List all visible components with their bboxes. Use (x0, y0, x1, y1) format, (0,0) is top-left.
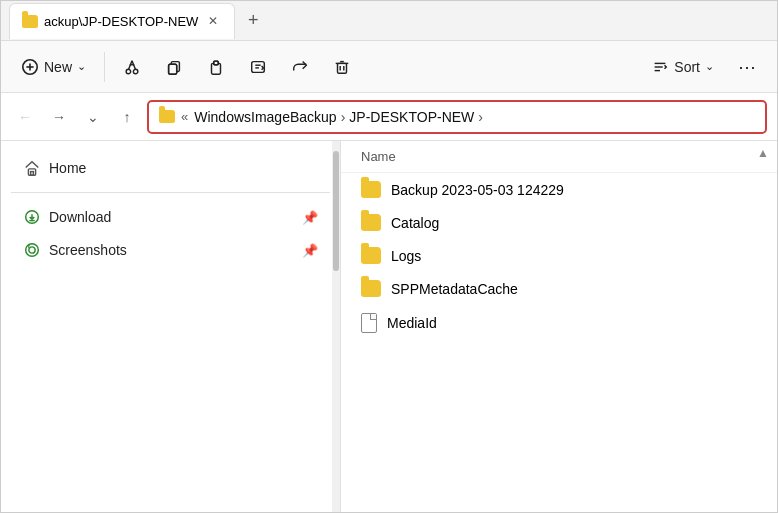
svg-rect-9 (169, 64, 177, 74)
table-row[interactable]: Backup 2023-05-03 124229 (341, 173, 777, 206)
toolbar: New ⌄ (1, 41, 777, 93)
copy-icon (165, 58, 183, 76)
svg-point-28 (26, 244, 39, 257)
sidebar-screenshots-pin: 📌 (302, 243, 318, 258)
name-column-header: Name (361, 149, 396, 164)
copy-button[interactable] (155, 52, 193, 82)
sidebar-divider (11, 192, 330, 193)
address-text: WindowsImageBackup › JP-DESKTOP-NEW › (194, 109, 483, 125)
svg-point-4 (133, 69, 138, 74)
back-button[interactable]: ← (11, 103, 39, 131)
sidebar-scrollbar-thumb (333, 151, 339, 271)
sidebar-scrollbar[interactable] (332, 141, 340, 513)
table-row[interactable]: SPPMetadataCache (341, 272, 777, 305)
new-icon (21, 58, 39, 76)
more-options-button[interactable]: ⋯ (728, 50, 767, 84)
sidebar-download-label: Download (49, 209, 111, 225)
address-trailing-chevron: › (478, 109, 483, 125)
svg-rect-17 (338, 63, 347, 73)
new-label: New (44, 59, 72, 75)
file-name: Catalog (391, 215, 439, 231)
paste-button[interactable] (197, 52, 235, 82)
svg-point-3 (126, 69, 130, 74)
more-icon: ⋯ (738, 56, 757, 78)
file-name: MediaId (387, 315, 437, 331)
address-path-part-2: JP-DESKTOP-NEW (349, 109, 474, 125)
share-icon (291, 58, 309, 76)
recent-locations-button[interactable]: ⌄ (79, 103, 107, 131)
title-bar: ackup\JP-DESKTOP-NEW ✕ + (1, 1, 777, 41)
address-box[interactable]: « WindowsImageBackup › JP-DESKTOP-NEW › (147, 100, 767, 134)
address-bar-row: ← → ⌄ ↑ « WindowsImageBackup › JP-DESKTO… (1, 93, 777, 141)
tab-folder-icon (22, 15, 38, 28)
forward-button[interactable]: → (45, 103, 73, 131)
tab-label: ackup\JP-DESKTOP-NEW (44, 14, 198, 29)
address-folder-icon (159, 110, 175, 123)
up-button[interactable]: ↑ (113, 103, 141, 131)
main-content: Home Download 📌 Screenshots 📌 (1, 141, 777, 513)
sort-caret: ⌄ (705, 60, 714, 73)
file-area: ▲ Name Backup 2023-05-03 124229 Catalog … (341, 141, 777, 513)
rename-icon (249, 58, 267, 76)
folder-icon (361, 181, 381, 198)
sidebar-screenshots-label: Screenshots (49, 242, 127, 258)
address-double-chevron: « (181, 109, 188, 124)
cut-icon (123, 58, 141, 76)
table-row[interactable]: MediaId (341, 305, 777, 341)
screenshots-icon (23, 241, 41, 259)
new-button[interactable]: New ⌄ (11, 52, 96, 82)
table-row[interactable]: Catalog (341, 206, 777, 239)
rename-button[interactable] (239, 52, 277, 82)
paste-icon (207, 58, 225, 76)
sidebar-item-home[interactable]: Home (7, 152, 334, 184)
active-tab[interactable]: ackup\JP-DESKTOP-NEW ✕ (9, 3, 235, 39)
folder-icon (361, 247, 381, 264)
file-name: Logs (391, 248, 421, 264)
sidebar: Home Download 📌 Screenshots 📌 (1, 141, 341, 513)
sidebar-download-pin: 📌 (302, 210, 318, 225)
share-button[interactable] (281, 52, 319, 82)
scroll-up-icon[interactable]: ▲ (757, 146, 769, 160)
sidebar-item-download[interactable]: Download 📌 (7, 201, 334, 233)
file-icon (361, 313, 377, 333)
address-sep-1: › (341, 109, 346, 125)
sidebar-item-screenshots[interactable]: Screenshots 📌 (7, 234, 334, 266)
folder-icon (361, 280, 381, 297)
delete-icon (333, 58, 351, 76)
sidebar-home-label: Home (49, 160, 86, 176)
file-name: SPPMetadataCache (391, 281, 518, 297)
new-tab-button[interactable]: + (239, 7, 267, 35)
folder-icon (361, 214, 381, 231)
file-list-header: Name (341, 141, 777, 173)
delete-button[interactable] (323, 52, 361, 82)
svg-rect-25 (31, 172, 34, 176)
file-name: Backup 2023-05-03 124229 (391, 182, 564, 198)
address-path-part-1: WindowsImageBackup (194, 109, 336, 125)
sort-label: Sort (674, 59, 700, 75)
sort-button[interactable]: Sort ⌄ (641, 52, 724, 82)
home-icon (23, 159, 41, 177)
toolbar-right: Sort ⌄ ⋯ (641, 50, 767, 84)
sort-icon (651, 58, 669, 76)
cut-button[interactable] (113, 52, 151, 82)
tab-close-button[interactable]: ✕ (204, 12, 222, 30)
download-icon (23, 208, 41, 226)
table-row[interactable]: Logs (341, 239, 777, 272)
new-caret: ⌄ (77, 60, 86, 73)
toolbar-divider-1 (104, 52, 105, 82)
